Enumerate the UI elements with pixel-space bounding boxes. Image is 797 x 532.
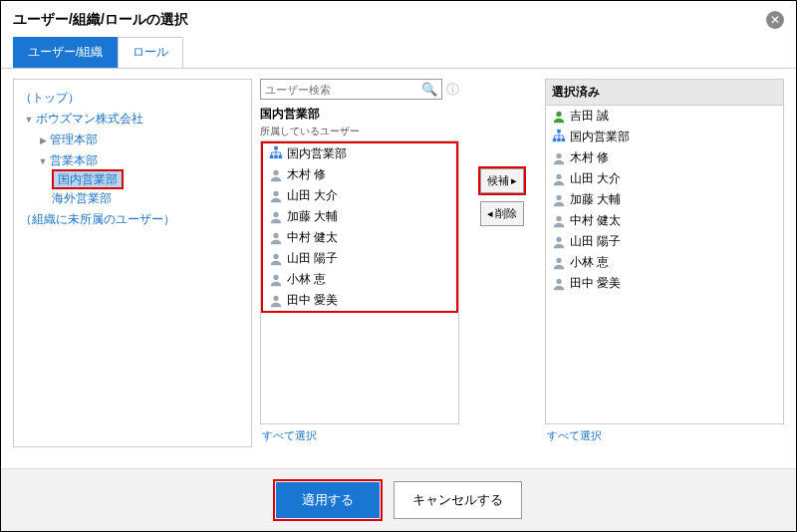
cancel-button[interactable]: キャンセルする xyxy=(394,481,522,519)
svg-point-16 xyxy=(556,152,561,157)
chevron-left-icon: ◂ xyxy=(487,207,493,220)
item-label: 中村 健太 xyxy=(287,229,338,246)
svg-rect-2 xyxy=(274,155,278,159)
person-icon xyxy=(552,214,566,228)
item-label: 小林 恵 xyxy=(287,271,326,288)
item-label: 加藤 大輔 xyxy=(287,208,338,225)
person-icon xyxy=(269,231,283,245)
list-item-user[interactable]: 小林 恵 xyxy=(546,252,783,273)
item-label: 加藤 大輔 xyxy=(570,191,621,208)
list-item-user[interactable]: 山田 大介 xyxy=(546,168,783,189)
tree-top[interactable]: （トップ） xyxy=(20,88,245,109)
add-button[interactable]: 候補▸ xyxy=(480,168,524,193)
svg-rect-13 xyxy=(553,138,557,142)
close-icon[interactable]: ✕ xyxy=(766,11,784,29)
person-icon xyxy=(552,277,566,291)
list-item-user[interactable]: 山田 陽子 xyxy=(546,231,783,252)
svg-point-4 xyxy=(273,169,278,174)
list-item-user[interactable]: 中村 健太 xyxy=(546,210,783,231)
person-icon xyxy=(552,193,566,207)
person-icon xyxy=(552,235,566,249)
list-item-user[interactable]: 山田 陽子 xyxy=(263,248,456,269)
list-item-org[interactable]: 国内営業部 xyxy=(263,143,456,164)
caret-down-icon[interactable]: ▼ xyxy=(24,115,34,125)
tree-unassigned[interactable]: （組織に未所属のユーザー） xyxy=(20,209,245,230)
item-label: 山田 陽子 xyxy=(287,250,338,267)
person-icon xyxy=(552,151,566,165)
person-icon xyxy=(269,294,283,308)
svg-point-22 xyxy=(556,278,561,283)
list-item-user[interactable]: 加藤 大輔 xyxy=(263,206,456,227)
search-icon[interactable]: 🔍 xyxy=(421,82,437,97)
person-icon xyxy=(552,256,566,270)
person-icon xyxy=(269,168,283,182)
remove-button[interactable]: ◂削除 xyxy=(480,201,524,226)
info-icon[interactable]: ⓘ xyxy=(446,81,459,99)
tab-users-orgs[interactable]: ユーザー/組織 xyxy=(13,37,118,68)
svg-point-17 xyxy=(556,173,561,178)
item-label: 山田 大介 xyxy=(287,187,338,204)
svg-point-9 xyxy=(273,274,278,279)
tree-dept-admin[interactable]: 管理本部 xyxy=(50,130,98,150)
svg-point-7 xyxy=(273,232,278,237)
item-label: 木村 修 xyxy=(287,166,326,183)
person-icon xyxy=(269,273,283,287)
tree-dept-domestic[interactable]: 国内営業部 xyxy=(58,170,118,188)
svg-rect-1 xyxy=(270,155,274,159)
candidate-list: 国内営業部木村 修山田 大介加藤 大輔中村 健太山田 陽子小林 恵田中 愛美 xyxy=(260,140,459,424)
person-icon xyxy=(269,252,283,266)
svg-rect-12 xyxy=(557,130,561,133)
list-item-user[interactable]: 小林 恵 xyxy=(263,269,456,290)
item-label: 山田 陽子 xyxy=(570,233,621,250)
caret-right-icon[interactable]: ▶ xyxy=(38,135,48,145)
tree-dept-overseas[interactable]: 海外営業部 xyxy=(52,188,245,209)
caret-down-icon[interactable]: ▼ xyxy=(38,156,48,166)
list-item-user[interactable]: 田中 愛美 xyxy=(546,273,783,294)
tab-bar: ユーザー/組織 ロール xyxy=(1,37,796,69)
svg-rect-14 xyxy=(557,138,561,142)
tree-company[interactable]: ボウズマン株式会社 xyxy=(36,109,143,130)
select-all-candidates[interactable]: すべて選択 xyxy=(260,424,459,447)
list-item-user[interactable]: 加藤 大輔 xyxy=(546,189,783,210)
org-icon xyxy=(269,145,283,162)
select-all-selected[interactable]: すべて選択 xyxy=(545,424,784,447)
current-org-title: 国内営業部 xyxy=(260,104,459,125)
list-item-user[interactable]: 田中 愛美 xyxy=(263,290,456,311)
search-input-wrapper: 🔍 xyxy=(260,79,442,100)
list-item-user[interactable]: 吉田 誠 xyxy=(546,106,783,127)
apply-button[interactable]: 適用する xyxy=(276,482,380,518)
person-icon xyxy=(552,110,566,124)
item-label: 吉田 誠 xyxy=(570,108,609,125)
svg-point-21 xyxy=(556,257,561,262)
item-label: 国内営業部 xyxy=(287,145,347,162)
svg-rect-3 xyxy=(279,155,283,159)
item-label: 田中 愛美 xyxy=(570,275,621,292)
list-item-org[interactable]: 国内営業部 xyxy=(546,127,783,147)
svg-rect-15 xyxy=(562,138,566,142)
item-label: 国内営業部 xyxy=(570,129,630,145)
svg-point-8 xyxy=(273,253,278,258)
svg-rect-0 xyxy=(274,146,278,150)
chevron-right-icon: ▸ xyxy=(511,174,517,187)
selected-title: 選択済み xyxy=(545,79,784,105)
list-item-user[interactable]: 山田 大介 xyxy=(263,185,456,206)
person-icon xyxy=(269,210,283,224)
svg-point-11 xyxy=(556,111,561,116)
org-icon xyxy=(552,129,566,145)
svg-point-18 xyxy=(556,194,561,199)
list-item-user[interactable]: 木村 修 xyxy=(263,164,456,185)
user-list-label: 所属しているユーザー xyxy=(260,125,459,138)
person-icon xyxy=(552,172,566,186)
svg-point-19 xyxy=(556,215,561,220)
svg-point-20 xyxy=(556,236,561,241)
tree-dept-sales[interactable]: 営業本部 xyxy=(50,150,98,171)
list-item-user[interactable]: 中村 健太 xyxy=(263,227,456,248)
dialog-footer: 適用する キャンセルする xyxy=(1,468,796,531)
dialog-title: ユーザー/組織/ロールの選択 xyxy=(13,11,188,29)
search-input[interactable] xyxy=(265,84,421,96)
tab-roles[interactable]: ロール xyxy=(118,37,183,68)
item-label: 中村 健太 xyxy=(570,212,621,229)
svg-point-6 xyxy=(273,211,278,216)
list-item-user[interactable]: 木村 修 xyxy=(546,147,783,168)
item-label: 木村 修 xyxy=(570,149,609,166)
